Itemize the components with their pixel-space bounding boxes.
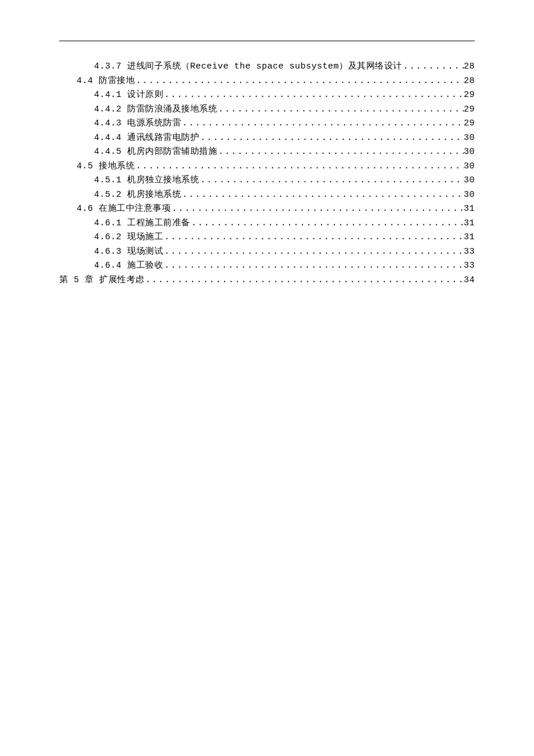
toc-entry: 4.4.3 电源系统防雷29 — [59, 117, 475, 131]
toc-entry-page: 33 — [464, 245, 475, 260]
toc-entry: 4.4.4 通讯线路雷电防护30 — [59, 131, 475, 146]
toc-entry-page: 33 — [464, 259, 475, 273]
toc-entry: 4.6.4 施工验收33 — [59, 259, 475, 273]
toc-entry: 4.6 在施工中注意事项31 — [59, 202, 475, 217]
toc-entry-page: 29 — [464, 88, 475, 103]
toc-entry-title: 4.5.1 机房独立接地系统 — [94, 174, 199, 188]
toc-entry-title: 4.4.4 通讯线路雷电防护 — [94, 131, 199, 146]
toc-entry-page: 30 — [464, 160, 475, 174]
toc-entry-page: 30 — [464, 131, 475, 146]
document-page: 4.3.7 进线间子系统（Receive the space subsystem… — [0, 0, 534, 756]
toc-leader-dots — [135, 160, 464, 174]
toc-entry: 4.4.2 防雷防浪涌及接地系统29 — [59, 103, 475, 117]
toc-entry-title: 4.5.2 机房接地系统 — [94, 188, 181, 203]
toc-entry-page: 29 — [464, 103, 475, 117]
toc-entry: 4.5.2 机房接地系统30 — [59, 188, 475, 203]
toc-leader-dots — [163, 245, 464, 260]
toc-leader-dots — [181, 117, 464, 131]
toc-leader-dots — [145, 273, 464, 288]
toc-leader-dots — [135, 74, 464, 89]
toc-leader-dots — [199, 174, 464, 188]
toc-entry-page: 30 — [464, 174, 475, 188]
toc-entry-page: 28 — [464, 60, 475, 74]
toc-entry-title: 第 5 章 扩展性考虑 — [59, 273, 145, 288]
toc-entry-title: 4.4.2 防雷防浪涌及接地系统 — [94, 103, 217, 117]
toc-entry-title: 4.4 防雷接地 — [77, 74, 135, 89]
toc-entry: 4.3.7 进线间子系统（Receive the space subsystem… — [59, 60, 475, 74]
toc-entry-page: 34 — [464, 273, 475, 288]
toc-entry: 4.6.3 现场测试33 — [59, 245, 475, 260]
toc-leader-dots — [163, 231, 464, 245]
toc-leader-dots — [181, 188, 464, 203]
toc-entry: 第 5 章 扩展性考虑34 — [59, 273, 475, 288]
toc-leader-dots — [190, 217, 464, 231]
toc-entry-page: 29 — [464, 117, 475, 131]
toc-leader-dots — [163, 259, 464, 273]
toc-entry: 4.4.5 机房内部防雷辅助措施30 — [59, 145, 475, 160]
toc-leader-dots — [217, 103, 464, 117]
toc-entry: 4.5.1 机房独立接地系统30 — [59, 174, 475, 188]
toc-entry: 4.6.1 工程施工前准备31 — [59, 217, 475, 231]
toc-entry-page: 31 — [464, 231, 475, 245]
toc-entry-page: 30 — [464, 145, 475, 160]
toc-entry-page: 31 — [464, 217, 475, 231]
toc-leader-dots — [402, 60, 464, 74]
toc-leader-dots — [163, 88, 464, 103]
toc-entry: 4.4.1 设计原则29 — [59, 88, 475, 103]
toc-entry-title: 4.6.2 现场施工 — [94, 231, 163, 245]
toc-entry-title: 4.4.1 设计原则 — [94, 88, 163, 103]
toc-entry-title: 4.6.1 工程施工前准备 — [94, 217, 190, 231]
toc-entry: 4.5 接地系统30 — [59, 160, 475, 174]
toc-entry: 4.6.2 现场施工31 — [59, 231, 475, 245]
toc-entry-title: 4.5 接地系统 — [77, 160, 135, 174]
toc-leader-dots — [171, 202, 464, 217]
toc-entry-title: 4.6 在施工中注意事项 — [77, 202, 171, 217]
toc-entry-title: 4.6.3 现场测试 — [94, 245, 163, 260]
toc-leader-dots — [199, 131, 464, 146]
toc-entry-title: 4.3.7 进线间子系统（Receive the space subsystem… — [94, 60, 402, 74]
toc-entry-title: 4.6.4 施工验收 — [94, 259, 163, 273]
table-of-contents: 4.3.7 进线间子系统（Receive the space subsystem… — [59, 60, 475, 287]
toc-entry-title: 4.4.3 电源系统防雷 — [94, 117, 181, 131]
toc-entry-page: 31 — [464, 202, 475, 217]
header-rule — [59, 41, 475, 41]
toc-entry: 4.4 防雷接地28 — [59, 74, 475, 89]
toc-entry-title: 4.4.5 机房内部防雷辅助措施 — [94, 145, 217, 160]
toc-leader-dots — [217, 145, 464, 160]
toc-entry-page: 28 — [464, 74, 475, 89]
toc-entry-page: 30 — [464, 188, 475, 203]
